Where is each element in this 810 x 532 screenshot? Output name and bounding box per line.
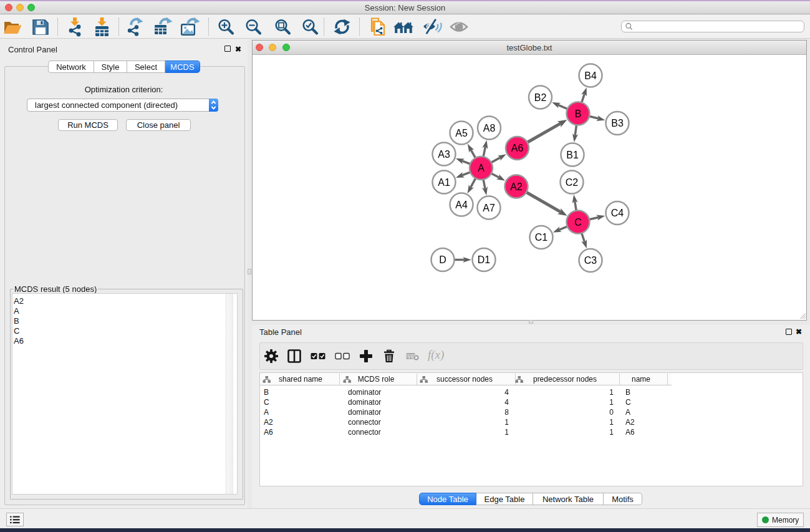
svg-text:A2: A2 bbox=[510, 181, 523, 192]
svg-text:D1: D1 bbox=[478, 254, 491, 265]
svg-text:B4: B4 bbox=[584, 70, 597, 81]
svg-text:D: D bbox=[439, 254, 446, 265]
svg-text:A1: A1 bbox=[438, 177, 450, 188]
svg-text:C2: C2 bbox=[566, 177, 579, 188]
svg-text:B: B bbox=[575, 109, 582, 119]
svg-text:C4: C4 bbox=[611, 208, 624, 218]
svg-text:A: A bbox=[478, 163, 485, 173]
svg-text:A6: A6 bbox=[511, 143, 524, 153]
svg-text:A3: A3 bbox=[438, 149, 450, 160]
svg-text:C3: C3 bbox=[584, 255, 597, 266]
svg-text:A7: A7 bbox=[483, 203, 495, 213]
svg-text:A5: A5 bbox=[455, 128, 468, 138]
svg-text:A8: A8 bbox=[483, 123, 496, 133]
svg-text:A4: A4 bbox=[455, 200, 468, 210]
svg-text:C: C bbox=[574, 217, 582, 228]
svg-text:C1: C1 bbox=[535, 232, 548, 243]
svg-text:B1: B1 bbox=[566, 150, 579, 160]
svg-text:B2: B2 bbox=[534, 92, 547, 103]
svg-text:B3: B3 bbox=[611, 118, 624, 128]
